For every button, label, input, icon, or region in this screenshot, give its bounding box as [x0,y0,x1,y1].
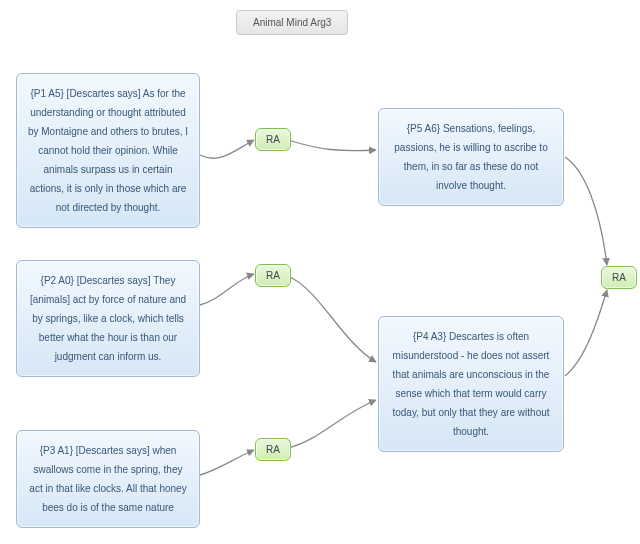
premise-p3[interactable]: {P3 A1} [Descartes says] when swallows c… [16,430,200,528]
ra-node-3[interactable]: RA [255,438,291,461]
premise-p2[interactable]: {P2 A0} [Descartes says] They [animals] … [16,260,200,377]
ra-node-2[interactable]: RA [255,264,291,287]
premise-p5[interactable]: {P5 A6} Sensations, feelings, passions, … [378,108,564,206]
premise-p4[interactable]: {P4 A3} Descartes is often misunderstood… [378,316,564,452]
ra-node-4[interactable]: RA [601,266,637,289]
ra-node-1[interactable]: RA [255,128,291,151]
premise-p1[interactable]: {P1 A5} [Descartes says] As for the unde… [16,73,200,228]
diagram-title: Animal Mind Arg3 [236,10,348,35]
